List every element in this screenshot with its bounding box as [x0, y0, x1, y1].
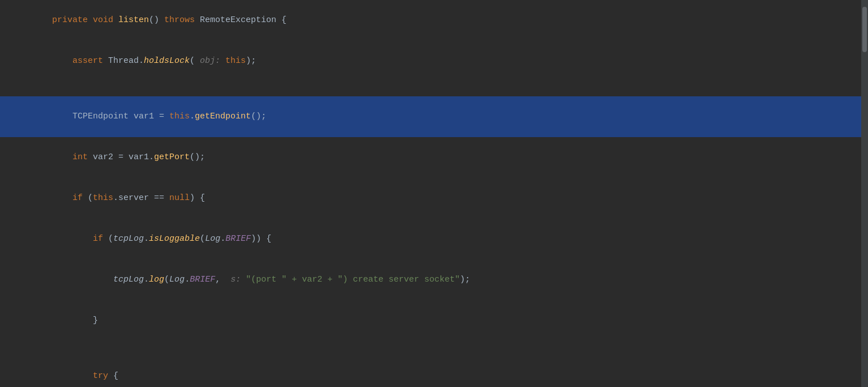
code-line-8: tcpLog.log(Log.BRIEF, s: "(port " + var2…	[0, 260, 868, 300]
method-getendpoint: getEndpoint	[195, 112, 251, 121]
keyword-this-2: this	[169, 112, 190, 121]
keyword-this-3: this	[93, 193, 113, 203]
var-tcplog-2: tcpLog	[113, 275, 144, 284]
method-listen: listen	[118, 15, 149, 25]
code-editor: private void listen() throws RemoteExcep…	[0, 0, 868, 387]
scrollbar-thumb[interactable]	[862, 7, 867, 52]
param-obj: obj:	[195, 56, 220, 66]
keyword-assert: assert	[52, 56, 108, 66]
keyword-null: null	[169, 193, 190, 203]
var-tcplog: tcpLog	[113, 234, 144, 244]
keyword-if: if	[52, 193, 88, 203]
keyword-void: void	[93, 15, 118, 25]
keyword-this: this	[220, 56, 246, 66]
method-getport: getPort	[154, 152, 190, 162]
const-brief-2: BRIEF	[190, 275, 215, 284]
const-brief: BRIEF	[225, 234, 251, 244]
code-line-4: TCPEndpoint var1 = this.getEndpoint();	[0, 96, 868, 137]
method-isloggable: isLoggable	[149, 234, 200, 244]
code-line-5: int var2 = var1.getPort();	[0, 137, 868, 178]
method-holdslock: holdsLock	[144, 56, 190, 66]
code-line-10	[0, 341, 868, 356]
keyword-int: int	[52, 152, 93, 162]
class-log-2: Log	[169, 275, 185, 284]
code-area: private void listen() throws RemoteExcep…	[0, 0, 868, 387]
keyword-throws: throws	[164, 15, 200, 25]
method-log: log	[149, 275, 164, 284]
code-line-9: }	[0, 300, 868, 341]
param-s: s:	[225, 275, 241, 284]
keyword-try: try	[52, 371, 113, 381]
code-line-7: if (tcpLog.isLoggable(Log.BRIEF)) {	[0, 219, 868, 260]
code-line-2: assert Thread.holdsLock( obj: this);	[0, 41, 868, 82]
keyword-private: private	[52, 15, 93, 25]
class-log: Log	[205, 234, 220, 244]
string-port-msg: "(port " + var2 + ") create server socke…	[241, 275, 460, 284]
code-line-3	[0, 82, 868, 96]
vertical-scrollbar[interactable]	[861, 0, 868, 387]
code-line-6: if (this.server == null) {	[0, 178, 868, 219]
code-line-1: private void listen() throws RemoteExcep…	[0, 0, 868, 41]
keyword-if-2: if	[52, 234, 108, 244]
code-line-11: try {	[0, 356, 868, 387]
